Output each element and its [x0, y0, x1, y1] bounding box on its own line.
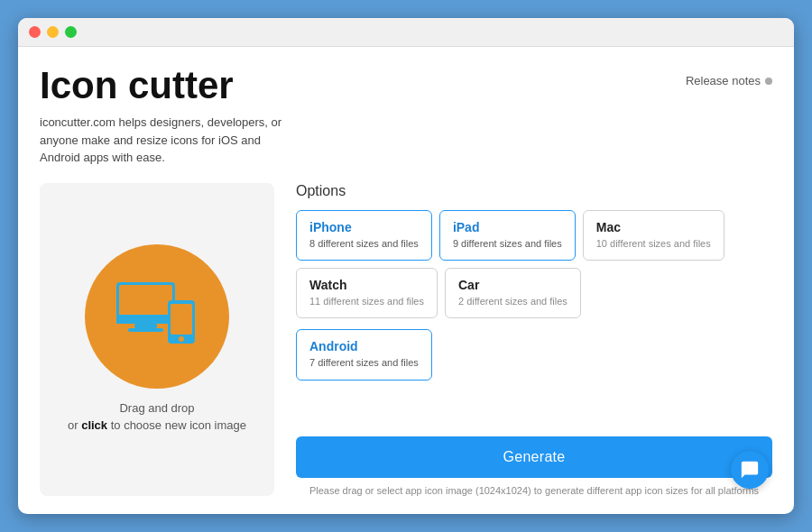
- option-iphone-title: iPhone: [309, 220, 419, 234]
- release-notes-link[interactable]: Release notes: [686, 74, 772, 87]
- chat-icon: [740, 460, 760, 480]
- release-notes-label: Release notes: [686, 74, 761, 87]
- maximize-button[interactable]: [65, 26, 77, 38]
- header-row: Icon cutter Release notes: [40, 65, 772, 106]
- svg-rect-3: [134, 324, 157, 328]
- option-mac-title: Mac: [596, 220, 711, 234]
- device-icon: [112, 280, 202, 353]
- option-ipad[interactable]: iPad 9 different sizes and files: [439, 210, 576, 261]
- option-watch[interactable]: Watch 11 different sizes and files: [296, 268, 438, 318]
- release-dot-icon: [765, 78, 772, 85]
- option-ipad-title: iPad: [453, 220, 562, 234]
- options-grid: iPhone 8 different sizes and files iPad …: [296, 210, 772, 319]
- svg-point-7: [179, 336, 184, 342]
- option-watch-title: Watch: [309, 278, 424, 292]
- tagline-text: iconcutter.com helps designers, develope…: [40, 114, 292, 167]
- option-car-title: Car: [458, 278, 567, 292]
- option-watch-sub: 11 different sizes and files: [309, 295, 424, 308]
- option-ipad-sub: 9 different sizes and files: [453, 237, 562, 251]
- option-android-title: Android: [309, 339, 419, 353]
- chat-button[interactable]: [731, 451, 769, 489]
- options-grid-row2: Android 7 different sizes and files: [296, 329, 772, 380]
- option-mac[interactable]: Mac 10 different sizes and files: [583, 210, 724, 261]
- titlebar: [18, 18, 794, 47]
- svg-rect-4: [128, 328, 163, 332]
- option-iphone-sub: 8 different sizes and files: [309, 237, 419, 251]
- traffic-lights: [29, 26, 77, 38]
- svg-rect-2: [116, 315, 175, 324]
- minimize-button[interactable]: [47, 26, 59, 38]
- app-window: Icon cutter Release notes iconcutter.com…: [18, 18, 794, 514]
- option-android[interactable]: Android 7 different sizes and files: [296, 329, 432, 380]
- generate-button[interactable]: Generate: [296, 436, 772, 478]
- drag-drop-label: Drag and drop: [119, 401, 194, 415]
- drop-text: Drag and drop or click to choose new ico…: [68, 399, 246, 435]
- drop-suffix: to choose new icon image: [107, 418, 246, 432]
- drop-icon-circle: [85, 244, 229, 389]
- option-android-sub: 7 different sizes and files: [309, 356, 419, 370]
- main-content: Icon cutter Release notes iconcutter.com…: [18, 47, 794, 514]
- close-button[interactable]: [29, 26, 41, 38]
- app-title: Icon cutter: [40, 65, 234, 106]
- option-car[interactable]: Car 2 different sizes and files: [445, 268, 581, 318]
- option-car-sub: 2 different sizes and files: [458, 295, 567, 308]
- drop-or-label: or: [68, 418, 81, 432]
- svg-rect-6: [171, 304, 192, 335]
- option-iphone[interactable]: iPhone 8 different sizes and files: [296, 210, 432, 261]
- drop-zone[interactable]: Drag and drop or click to choose new ico…: [40, 183, 274, 496]
- option-mac-sub: 10 different sizes and files: [596, 237, 711, 251]
- click-link[interactable]: click: [81, 418, 107, 432]
- main-area: Drag and drop or click to choose new ico…: [40, 183, 772, 496]
- svg-rect-1: [119, 285, 172, 317]
- generate-hint: Please drag or select app icon image (10…: [296, 485, 772, 496]
- options-title: Options: [296, 183, 772, 199]
- options-area: Options iPhone 8 different sizes and fil…: [296, 183, 772, 496]
